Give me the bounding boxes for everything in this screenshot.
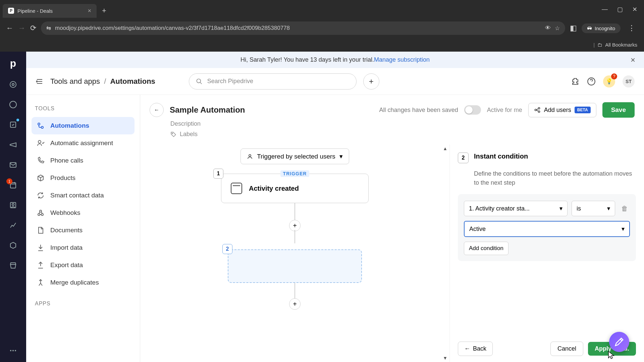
save-button[interactable]: Save bbox=[602, 102, 635, 118]
svg-point-7 bbox=[12, 203, 14, 205]
add-condition-button[interactable]: Add condition bbox=[464, 242, 508, 255]
sidebar-item-webhooks[interactable]: Webhooks bbox=[32, 204, 135, 222]
cancel-button[interactable]: Cancel bbox=[550, 342, 583, 356]
browser-tab[interactable]: P Pipeline - Deals × bbox=[3, 4, 97, 18]
rail-products-icon[interactable] bbox=[8, 241, 18, 250]
rail-deals-icon[interactable] bbox=[8, 100, 18, 109]
add-step-button[interactable]: + bbox=[289, 220, 301, 231]
site-info-icon[interactable]: ⇆ bbox=[46, 25, 51, 32]
extensions-icon[interactable] bbox=[572, 77, 580, 85]
sidebar-item-auto-assignment[interactable]: Automatic assignment bbox=[32, 134, 135, 152]
sidebar-item-import[interactable]: Import data bbox=[32, 239, 135, 256]
banner-close-icon[interactable]: × bbox=[631, 55, 635, 65]
search-input[interactable]: Search Pipedrive bbox=[189, 73, 357, 89]
sidebar-item-products[interactable]: Products bbox=[32, 169, 135, 187]
description-field[interactable]: Description bbox=[140, 120, 644, 129]
add-step-button-2[interactable]: + bbox=[289, 298, 301, 310]
address-bar[interactable]: ⇆ moodjoy.pipedrive.com/settings/automat… bbox=[41, 21, 565, 35]
manage-subscription-link[interactable]: Manage subscription bbox=[374, 56, 430, 63]
rail-activities-icon[interactable]: 1 bbox=[8, 180, 18, 190]
svg-point-16 bbox=[38, 214, 40, 216]
left-nav-rail: p 1 bbox=[0, 52, 26, 362]
automation-title[interactable]: Sample Automation bbox=[170, 105, 245, 115]
chevron-down-icon: ▾ bbox=[559, 205, 562, 212]
breadcrumb-parent[interactable]: Tools and apps bbox=[50, 77, 100, 85]
folder-icon: 🗀 bbox=[597, 42, 602, 48]
svg-point-13 bbox=[38, 123, 40, 125]
triggered-by-dropdown[interactable]: Triggered by selected users ▾ bbox=[240, 148, 349, 164]
rail-mail-icon[interactable] bbox=[8, 160, 18, 170]
condition-step-placeholder[interactable]: 2 bbox=[228, 249, 362, 283]
chevron-down-icon: ▾ bbox=[622, 225, 625, 233]
trigger-step-title: Activity created bbox=[249, 185, 299, 192]
side-panel-icon[interactable]: ◧ bbox=[570, 24, 577, 33]
breadcrumb-current: Automations bbox=[110, 77, 155, 85]
panel-back-button[interactable]: ← Back bbox=[458, 342, 493, 356]
forward-icon[interactable]: → bbox=[18, 24, 25, 33]
connector-line bbox=[294, 203, 295, 221]
reload-icon[interactable]: ⟳ bbox=[30, 24, 36, 33]
scroll-down-icon[interactable]: ▼ bbox=[443, 355, 447, 361]
pipedrive-logo[interactable]: p bbox=[10, 58, 16, 69]
breadcrumb: Tools and apps / Automations bbox=[50, 77, 155, 86]
svg-point-8 bbox=[10, 350, 11, 351]
sidebar-item-export[interactable]: Export data bbox=[32, 256, 135, 274]
phone-icon bbox=[36, 156, 45, 165]
active-toggle[interactable] bbox=[464, 105, 481, 115]
rail-leads-icon[interactable] bbox=[8, 80, 18, 89]
labels-field[interactable]: Labels bbox=[140, 129, 644, 144]
delete-condition-icon[interactable]: 🗑 bbox=[619, 203, 630, 215]
refresh-icon bbox=[36, 191, 45, 200]
svg-point-15 bbox=[38, 140, 41, 143]
sidebar-item-merge[interactable]: Merge duplicates bbox=[32, 274, 135, 291]
avatar[interactable]: ST bbox=[623, 75, 635, 87]
condition-field-select[interactable]: 1. Activity creator sta...▾ bbox=[464, 201, 568, 216]
condition-title: Instant condition bbox=[474, 153, 528, 160]
all-bookmarks-link[interactable]: All Bookmarks bbox=[605, 42, 637, 48]
trigger-step-card[interactable]: 1 Activity created bbox=[221, 174, 369, 203]
svg-point-21 bbox=[538, 111, 540, 113]
condition-value-select[interactable]: Active▾ bbox=[464, 221, 630, 237]
sidebar-item-automations[interactable]: Automations bbox=[32, 117, 135, 134]
sidebar-toggle-icon[interactable] bbox=[36, 77, 44, 85]
back-icon[interactable]: ← bbox=[6, 24, 13, 33]
condition-step-number: 2 bbox=[458, 153, 469, 163]
trial-text: Hi, Sarah Tyler! You have 13 days left i… bbox=[240, 56, 374, 63]
eye-off-icon[interactable]: 👁 bbox=[545, 25, 551, 32]
close-icon[interactable]: × bbox=[88, 7, 91, 14]
quick-add-button[interactable]: + bbox=[363, 73, 379, 89]
sidebar-item-documents[interactable]: Documents bbox=[32, 222, 135, 239]
sidebar-item-smart-contact[interactable]: Smart contact data bbox=[32, 187, 135, 204]
rail-marketplace-icon[interactable] bbox=[8, 261, 18, 270]
svg-point-1 bbox=[12, 83, 14, 85]
mouse-cursor bbox=[608, 351, 615, 360]
tab-title: Pipeline - Deals bbox=[17, 8, 53, 14]
condition-panel: 2 Instant condition Define the condition… bbox=[449, 144, 644, 362]
incognito-badge[interactable]: 🕶 Incognito bbox=[582, 23, 621, 33]
rail-projects-icon[interactable] bbox=[8, 120, 18, 129]
help-icon[interactable] bbox=[587, 77, 596, 86]
tips-icon[interactable]: 💡? bbox=[603, 75, 615, 87]
new-tab-button[interactable]: + bbox=[98, 6, 110, 15]
rail-contacts-icon[interactable] bbox=[8, 200, 18, 210]
sidebar-item-phone-calls[interactable]: Phone calls bbox=[32, 152, 135, 169]
trial-banner: Hi, Sarah Tyler! You have 13 days left i… bbox=[26, 52, 644, 68]
close-window-icon[interactable]: ✕ bbox=[632, 6, 637, 13]
bookmark-star-icon[interactable]: ☆ bbox=[555, 25, 560, 32]
browser-menu-icon[interactable]: ⋮ bbox=[625, 24, 638, 33]
rail-campaigns-icon[interactable] bbox=[8, 140, 18, 149]
maximize-icon[interactable]: ▢ bbox=[617, 6, 623, 13]
minimize-icon[interactable]: — bbox=[602, 6, 608, 13]
scroll-up-icon[interactable]: ▲ bbox=[443, 146, 447, 151]
editor-back-button[interactable]: ← bbox=[150, 103, 164, 117]
tab-favicon: P bbox=[8, 8, 14, 14]
topbar: Tools and apps / Automations Search Pipe… bbox=[26, 68, 644, 95]
add-users-button[interactable]: Add users BETA bbox=[528, 103, 596, 117]
automation-canvas[interactable]: ▲ Triggered by selected users ▾ TRIGGER … bbox=[140, 144, 449, 362]
svg-point-14 bbox=[41, 126, 43, 128]
rail-more-icon[interactable] bbox=[8, 346, 18, 355]
rail-insights-icon[interactable] bbox=[8, 221, 18, 230]
condition-operator-select[interactable]: is▾ bbox=[572, 201, 615, 216]
condition-description: Define the conditions to meet before the… bbox=[474, 169, 636, 187]
help-fab[interactable] bbox=[609, 332, 629, 352]
